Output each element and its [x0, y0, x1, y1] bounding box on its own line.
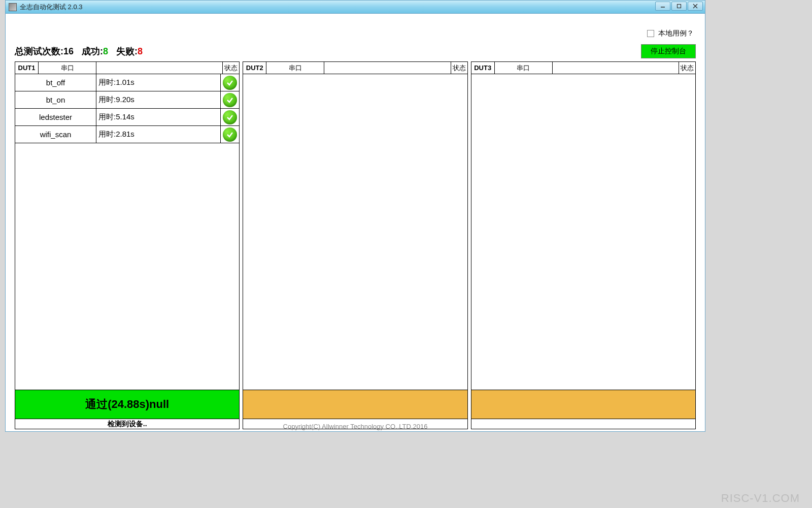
- minimize-icon: [660, 4, 665, 9]
- panel-header: DUT3 串口 状态: [471, 62, 695, 74]
- panel-footer: 通过(24.88s)null 检测到设备..: [15, 390, 239, 429]
- fail-label: 失败:: [116, 46, 138, 56]
- stats-row: 总测试次数:16 成功:8 失败:8 停止控制台: [15, 44, 696, 58]
- test-status: [221, 128, 239, 142]
- panel-header: DUT1 串口 状态: [15, 62, 239, 74]
- spacer: [96, 62, 223, 74]
- close-icon: [693, 4, 698, 9]
- panel-body: bt_off 用时:1.01s bt_on 用时:9.20s ledsteste…: [15, 74, 239, 390]
- panel-body: [471, 74, 695, 390]
- test-name: ledstester: [15, 109, 96, 125]
- success-value: 8: [103, 46, 108, 56]
- dut-id: DUT3: [471, 62, 495, 74]
- watermark: RISC-V1.COM: [721, 492, 800, 505]
- panel-footer: [471, 390, 695, 429]
- table-row[interactable]: ledstester 用时:5.14s: [15, 109, 239, 126]
- panel-body: [243, 74, 467, 390]
- local-case-label: 本地用例？: [658, 29, 694, 38]
- fail-value: 8: [138, 46, 143, 56]
- dut-id: DUT2: [243, 62, 266, 74]
- panel-dut1: DUT1 串口 状态 bt_off 用时:1.01s bt_on 用时:9.20…: [15, 61, 240, 429]
- panel-header: DUT2 串口 状态: [243, 62, 467, 74]
- status-header: 状态: [451, 62, 467, 74]
- stats-text: 总测试次数:16 成功:8 失败:8: [15, 45, 143, 57]
- app-icon: [9, 3, 17, 11]
- status-header: 状态: [679, 62, 695, 74]
- check-icon: [223, 110, 237, 124]
- close-button[interactable]: [688, 2, 703, 11]
- test-status: [221, 76, 239, 90]
- spacer: [553, 62, 679, 74]
- device-status: 检测到设备..: [15, 419, 239, 429]
- total-value: 16: [63, 46, 74, 56]
- test-time: 用时:2.81s: [96, 126, 221, 143]
- table-row[interactable]: bt_off 用时:1.01s: [15, 74, 239, 91]
- device-status: [471, 419, 695, 429]
- dut-id: DUT1: [15, 62, 39, 74]
- maximize-button[interactable]: [671, 2, 687, 11]
- device-status: [243, 419, 467, 429]
- test-time: 用时:9.20s: [96, 91, 221, 108]
- check-icon: [223, 76, 237, 90]
- success-label: 成功:: [82, 46, 103, 56]
- minimize-button[interactable]: [655, 2, 670, 11]
- stop-console-button[interactable]: 停止控制台: [641, 44, 696, 58]
- content-area: 本地用例？ 总测试次数:16 成功:8 失败:8 停止控制台 DUT1 串口 状…: [6, 14, 705, 431]
- test-time: 用时:5.14s: [96, 109, 221, 125]
- panel-footer: [243, 390, 467, 429]
- test-name: bt_on: [15, 91, 96, 108]
- test-time: 用时:1.01s: [96, 74, 221, 91]
- check-icon: [223, 128, 237, 142]
- titlebar: 全志自动化测试 2.0.3: [6, 1, 705, 14]
- status-header: 状态: [223, 62, 239, 74]
- panels: DUT1 串口 状态 bt_off 用时:1.01s bt_on 用时:9.20…: [15, 61, 696, 429]
- table-row[interactable]: bt_on 用时:9.20s: [15, 91, 239, 109]
- panel-dut3: DUT3 串口 状态: [471, 61, 696, 429]
- test-status: [221, 110, 239, 124]
- result-banner: 通过(24.88s)null: [15, 390, 239, 419]
- test-status: [221, 93, 239, 107]
- test-name: bt_off: [15, 74, 96, 91]
- svg-rect-1: [678, 5, 681, 8]
- local-case-checkbox[interactable]: [647, 30, 654, 37]
- window-controls: [655, 2, 703, 11]
- check-icon: [223, 93, 237, 107]
- panel-dut2: DUT2 串口 状态: [243, 61, 467, 429]
- result-banner: [243, 390, 467, 419]
- serial-header: 串口: [266, 62, 324, 74]
- app-window: 全志自动化测试 2.0.3 本地用例？ 总测试次数:16 成功:8 失败:8: [5, 0, 705, 432]
- total-label: 总测试次数:: [15, 46, 63, 56]
- serial-header: 串口: [495, 62, 553, 74]
- test-name: wifi_scan: [15, 126, 96, 143]
- maximize-icon: [676, 4, 682, 9]
- window-title: 全志自动化测试 2.0.3: [20, 3, 83, 12]
- serial-header: 串口: [39, 62, 96, 74]
- table-row[interactable]: wifi_scan 用时:2.81s: [15, 126, 239, 143]
- spacer: [324, 62, 451, 74]
- top-row: 本地用例？: [15, 29, 696, 44]
- result-banner: [471, 390, 695, 419]
